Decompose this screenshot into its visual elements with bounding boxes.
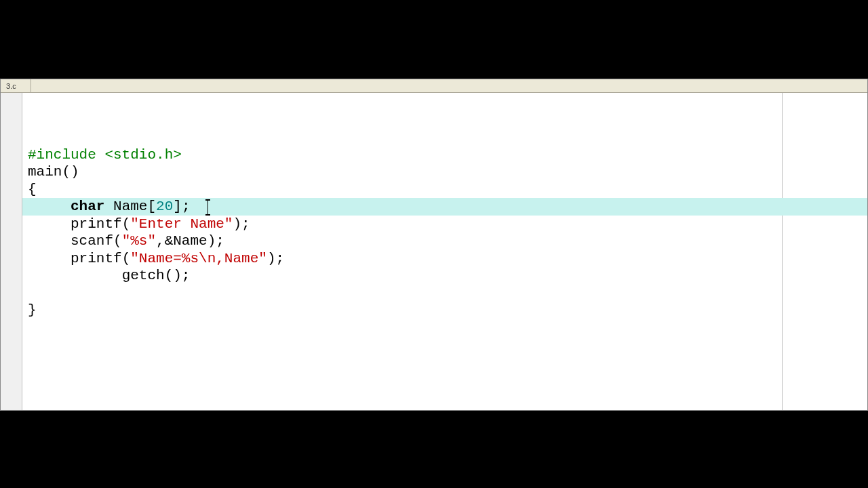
tab-bar: 3.c: [1, 79, 867, 93]
code-line: [28, 285, 867, 302]
code-text: main(): [28, 164, 79, 180]
code-text: printf(: [71, 216, 130, 232]
indent: [28, 268, 122, 283]
code-line: #include <stdio.h>: [28, 146, 867, 164]
file-tab[interactable]: 3.c: [1, 79, 31, 92]
code-line: scanf("%s",&Name);: [28, 232, 867, 250]
code-text: scanf(: [71, 233, 122, 249]
code-text: ,&Name);: [156, 233, 224, 249]
code-line: getch();: [28, 267, 867, 285]
preproc-token: #include <stdio.h>: [28, 147, 182, 163]
code-line: printf("Enter Name");: [28, 216, 867, 233]
editor-window: 3.c #include <stdio.h>main(){ char Name[…: [0, 79, 868, 411]
indent: [28, 199, 71, 214]
code-text: }: [28, 302, 37, 318]
code-text: );: [233, 216, 250, 232]
code-area[interactable]: #include <stdio.h>main(){ char Name[20];…: [22, 93, 867, 410]
string-token: "%s": [122, 233, 156, 249]
number-token: 20: [156, 199, 173, 214]
code-text: {: [28, 182, 37, 197]
string-token: "Name=%s\n,Name": [130, 251, 267, 266]
gutter: [1, 93, 22, 410]
code-line: main(): [28, 163, 867, 181]
indent: [28, 233, 71, 249]
tab-label: 3.c: [6, 82, 16, 90]
code-text: ];: [173, 199, 207, 214]
text-cursor-icon: [208, 201, 208, 214]
code-text: );: [267, 251, 284, 266]
code-line-highlighted: char Name[20];: [22, 198, 867, 216]
keyword-token: char: [71, 199, 104, 214]
indent: [28, 216, 71, 232]
code-line: }: [28, 302, 867, 319]
code-line: {: [28, 181, 867, 199]
indent: [28, 251, 71, 266]
code-text: getch();: [122, 268, 191, 283]
string-token: "Enter Name": [130, 216, 233, 232]
code-text: printf(: [71, 251, 130, 266]
code-text: Name[: [104, 199, 156, 214]
code-line: printf("Name=%s\n,Name");: [28, 250, 867, 268]
right-margin-line: [782, 93, 783, 410]
code-container: #include <stdio.h>main(){ char Name[20];…: [1, 93, 867, 410]
